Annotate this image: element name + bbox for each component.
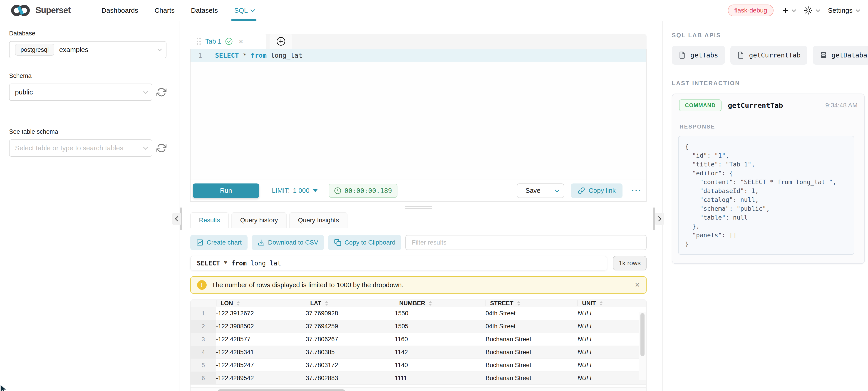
cabinet-icon [819, 51, 827, 59]
column-header-number[interactable]: NUMBER [395, 300, 486, 307]
warning-message: The number of rows displayed is limited … [212, 281, 404, 289]
navbar: Superset Dashboards Charts Datasets SQL … [0, 0, 868, 21]
api-getcurrenttab-button[interactable]: getCurrentTab [731, 46, 807, 65]
link-icon [578, 187, 585, 194]
api-getdatabases-button[interactable]: getDatabases [813, 46, 868, 65]
table-vertical-scrollbar[interactable] [639, 312, 646, 380]
new-item-button[interactable]: + [783, 5, 795, 15]
column-header-street[interactable]: STREET [486, 300, 578, 307]
navbar-right: flask-debug + Settings [728, 4, 859, 17]
schema-select[interactable]: public [9, 84, 152, 101]
copy-to-clipboard-button[interactable]: Copy to Clipboard [328, 235, 401, 250]
chevron-down-icon [792, 7, 796, 12]
line-number: 1 [190, 52, 210, 59]
executed-query-text: SELECT * from long_lat [190, 256, 607, 270]
content-row: Database postgresql examples Schema publ… [0, 21, 868, 391]
column-header-unit[interactable]: UNIT [578, 300, 646, 307]
sqllab-main: Tab 1 × 1 SELECT * from long_lat [179, 21, 663, 391]
database-engine-tag: postgresql [15, 44, 54, 56]
superset-logo[interactable]: Superset [9, 3, 71, 18]
table-row: 3 -122.428577 37.7806267 1160 Buchanan S… [190, 333, 646, 346]
copy-link-button[interactable]: Copy link [571, 184, 622, 198]
table-body: 1 -122.3912672 37.7690928 1550 04th Stre… [190, 307, 646, 387]
nav-dashboards[interactable]: Dashboards [93, 0, 147, 21]
table-row: 4 -122.4285341 37.780385 1142 Buchanan S… [190, 346, 646, 359]
column-header-lon[interactable]: LON [216, 300, 306, 307]
run-button[interactable]: Run [193, 184, 259, 198]
row-number-header [190, 300, 216, 307]
table-select[interactable]: Select table or type to search tables [9, 139, 152, 157]
tab-results[interactable]: Results [190, 212, 229, 228]
api-gettabs-button[interactable]: getTabs [672, 46, 725, 65]
sidebar-divider [9, 115, 166, 115]
collapse-api-panel-button[interactable] [655, 213, 664, 225]
refresh-schema-icon[interactable] [156, 87, 166, 97]
interaction-card-header: COMMAND getCurrentTab 9:34:48 AM [672, 94, 864, 117]
chevron-down-icon [555, 188, 559, 192]
limit-dropdown[interactable]: LIMIT: 1 000 [272, 187, 318, 194]
add-tab-button[interactable] [270, 34, 292, 49]
limit-label: LIMIT: [272, 187, 290, 194]
sql-code-editor[interactable]: 1 SELECT * from long_lat [190, 49, 646, 180]
nav-datasets[interactable]: Datasets [183, 0, 226, 21]
column-header-lat[interactable]: LAT [306, 300, 395, 307]
editor-tab-1[interactable]: Tab 1 × [190, 34, 267, 49]
print-margin-line [474, 49, 474, 180]
table-row: 2 -122.3908502 37.7694259 1505 04th Stre… [190, 320, 646, 333]
tab-query-history[interactable]: Query history [231, 212, 287, 228]
save-options-button[interactable] [549, 184, 564, 198]
sort-icon [599, 301, 603, 305]
close-tab-icon[interactable]: × [239, 37, 243, 46]
panel-resize-handle[interactable] [405, 206, 432, 209]
settings-menu[interactable]: Settings [828, 7, 859, 14]
database-select-value: examples [59, 46, 88, 54]
response-label: RESPONSE [680, 124, 855, 130]
database-group: Database postgresql examples [9, 30, 166, 58]
sort-icon [237, 301, 240, 305]
database-select[interactable]: postgresql examples [9, 41, 166, 58]
chevron-down-icon [856, 7, 860, 12]
chevron-left-icon [175, 217, 180, 222]
dismiss-warning-icon[interactable]: × [635, 280, 640, 290]
sun-icon [804, 6, 813, 15]
collapse-sidebar-button[interactable] [172, 213, 181, 225]
warning-icon: ! [197, 280, 207, 290]
sort-icon [517, 301, 520, 305]
page-icon [679, 51, 686, 59]
row-count-badge: 1k rows [613, 256, 647, 270]
clock-icon [334, 187, 341, 194]
query-timer: 00:00:00.189 [329, 184, 398, 198]
more-actions-button[interactable]: ··· [631, 186, 642, 195]
create-chart-button[interactable]: Create chart [190, 235, 248, 250]
api-buttons: getTabs getCurrentTab getDatabases [672, 46, 865, 65]
schema-group: Schema public [9, 72, 166, 101]
sqllab-left-sidebar: Database postgresql examples Schema publ… [0, 21, 179, 391]
command-badge: COMMAND [679, 99, 721, 111]
filter-results-input[interactable] [405, 235, 647, 250]
command-name: getCurrentTab [728, 101, 783, 109]
download-icon [257, 239, 265, 246]
table-row-partial [190, 385, 646, 387]
chevron-right-icon [656, 217, 661, 222]
refresh-tables-icon[interactable] [156, 143, 166, 153]
nav-charts[interactable]: Charts [146, 0, 183, 21]
mouse-cursor [0, 384, 8, 391]
schema-select-value: public [15, 88, 33, 96]
nav-sql[interactable]: SQL [226, 0, 262, 21]
sort-icon [325, 301, 328, 305]
table-horizontal-scrollbar[interactable] [190, 387, 646, 391]
editor-toolbar: Run LIMIT: 1 000 00:00:00.189 Save [190, 180, 646, 201]
theme-toggle-button[interactable] [804, 6, 819, 15]
sql-editor-card: 1 SELECT * from long_lat Run LIMIT: 1 00… [190, 49, 647, 202]
save-button[interactable]: Save [517, 184, 549, 198]
command-timestamp: 9:34:48 AM [825, 102, 858, 109]
drag-handle-icon[interactable] [197, 38, 201, 45]
last-interaction-card: COMMAND getCurrentTab 9:34:48 AM RESPONS… [672, 94, 865, 264]
results-table: LON LAT NUMBER STREET UNIT 1 -122.391267… [190, 299, 647, 391]
executed-query-row: SELECT * from long_lat 1k rows [190, 256, 647, 270]
tab-query-insights[interactable]: Query Insights [289, 212, 348, 228]
download-csv-button[interactable]: Download to CSV [252, 235, 324, 250]
chevron-down-icon [143, 145, 148, 150]
table-row: 6 -122.4289542 37.7802883 1111 Buchanan … [190, 372, 646, 385]
sqllab-api-panel: SQL LAB APIS getTabs getCurrentTab [663, 21, 868, 391]
